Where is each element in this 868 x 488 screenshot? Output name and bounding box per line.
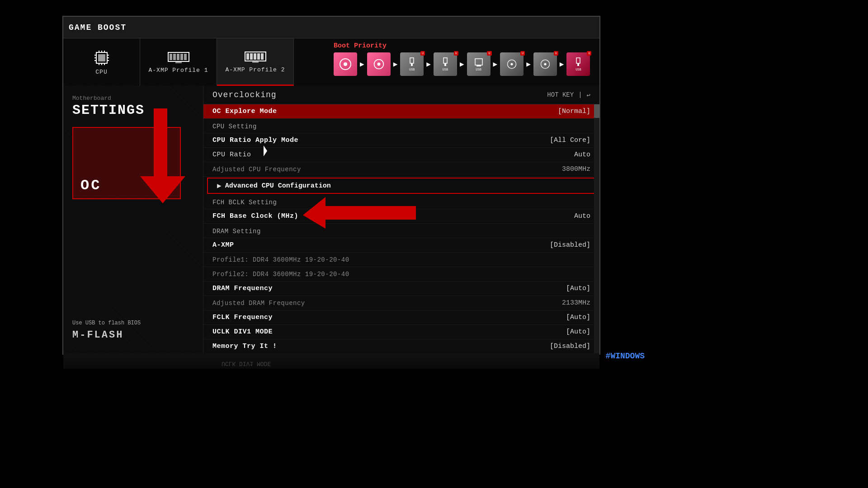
adv-cpu-arrow: ▶ <box>217 181 222 190</box>
svg-rect-36 <box>475 59 482 65</box>
setting-row-dram-section: DRAM Setting <box>203 224 599 238</box>
setting-value-adj-cpu-freq: 3800MHz <box>562 165 590 173</box>
setting-row-fclk-freq[interactable]: FCLK Frequency [Auto] <box>203 310 599 325</box>
svg-rect-16 <box>173 54 176 60</box>
setting-name-cpu-setting: CPU Setting <box>212 123 257 130</box>
setting-row-axmp[interactable]: A-XMP [Disabled] <box>203 238 599 253</box>
svg-rect-35 <box>444 63 446 66</box>
bios-screen: GAME BOOST CPU <box>62 16 600 355</box>
boot-device-disc2[interactable]: U <box>533 52 557 76</box>
scrollbar[interactable] <box>594 104 599 353</box>
hot-key-area: HOT KEY | ↩ <box>547 91 590 99</box>
sidebar-content: Motherboard SETTINGS OC <box>63 86 203 208</box>
svg-point-31 <box>377 63 380 66</box>
setting-value-oc-explore: [Normal] <box>558 108 590 115</box>
hot-key-label: HOT KEY <box>547 91 574 99</box>
setting-row-cpu-ratio[interactable]: CPU Ratio Auto <box>203 148 599 162</box>
sidebar-heading: SETTINGS <box>72 103 194 118</box>
setting-row-fch-base-clock[interactable]: FCH Base Clock (MHz) Auto <box>203 209 599 224</box>
oc-box[interactable]: OC <box>72 127 181 199</box>
svg-point-29 <box>344 62 347 66</box>
right-panel: Overclocking HOT KEY | ↩ OC Explore Mode… <box>203 86 599 353</box>
setting-name-fch-base-clock: FCH Base Clock (MHz) <box>212 212 298 220</box>
setting-row-dram-freq[interactable]: DRAM Frequency [Auto] <box>203 282 599 296</box>
svg-point-41 <box>544 63 546 65</box>
setting-row-uclk[interactable]: UCLK DIV1 MODE [Auto] <box>203 325 599 339</box>
back-icon[interactable]: ↩ <box>587 91 590 99</box>
setting-name-adj-cpu-freq: Adjusted CPU Frequency <box>212 166 301 173</box>
setting-row-mem-try[interactable]: Memory Try It ! [Disabled] <box>203 339 599 353</box>
setting-name-oc-explore: OC Explore Mode <box>212 108 277 115</box>
reflection-area: Memory Failure Retry Count Memory Failur… <box>63 353 599 369</box>
boot-priority: Boot Priority ▶ ▶ U USB ▶ <box>328 38 599 86</box>
svg-rect-33 <box>411 63 413 66</box>
sidebar: Motherboard SETTINGS OC Use USB to flash… <box>63 86 203 353</box>
boot-device-usb2[interactable]: U USB <box>434 52 457 76</box>
svg-rect-19 <box>184 54 187 60</box>
setting-row-adj-cpu-freq: Adjusted CPU Frequency 3800MHz <box>203 162 599 177</box>
oc-label: OC <box>80 177 101 194</box>
oc-header: Overclocking HOT KEY | ↩ <box>203 86 599 104</box>
tab-axmp2-label: A-XMP Profile 2 <box>225 66 285 73</box>
sidebar-title: Motherboard <box>72 95 194 102</box>
setting-name-profile1: Profile1: DDR4 3600MHz 19-20-20-40 <box>212 256 349 263</box>
setting-name-cpu-ratio: CPU Ratio <box>212 151 251 159</box>
setting-name-adj-dram-freq: Adjusted DRAM Frequency <box>212 300 305 307</box>
setting-name-cpu-ratio-apply: CPU Ratio Apply Mode <box>212 136 298 144</box>
setting-name-dram-freq: DRAM Frequency <box>212 285 273 292</box>
scrollbar-thumb[interactable] <box>594 104 599 118</box>
game-boost-label: GAME BOOST <box>69 23 127 32</box>
boot-device-usb1[interactable]: U USB <box>400 52 424 76</box>
boot-device-last[interactable]: U USB <box>566 52 590 76</box>
tab-cpu-label: CPU <box>95 69 107 75</box>
tab-axmp1-label: A-XMP Profile 1 <box>148 67 208 74</box>
boot-device-1[interactable] <box>334 52 357 76</box>
svg-rect-17 <box>177 54 179 60</box>
svg-rect-32 <box>410 58 414 63</box>
setting-value-fch-base-clock: Auto <box>574 212 590 220</box>
setting-row-adj-dram-freq: Adjusted DRAM Frequency 2133MHz <box>203 296 599 310</box>
setting-value-dram-freq: [Auto] <box>566 285 590 292</box>
setting-value-cpu-ratio: Auto <box>574 151 590 159</box>
setting-value-mem-try: [Disabled] <box>550 343 590 350</box>
oc-header-title: Overclocking <box>212 90 277 99</box>
setting-value-fclk-freq: [Auto] <box>566 314 590 321</box>
boot-device-disc1[interactable]: U <box>500 52 524 76</box>
svg-rect-23 <box>250 53 253 60</box>
svg-rect-15 <box>170 54 172 60</box>
boot-device-2[interactable] <box>367 52 391 76</box>
svg-rect-43 <box>577 63 579 66</box>
setting-row-fch-bclk-section: FCH BCLK Setting <box>203 195 599 209</box>
svg-rect-26 <box>261 53 264 60</box>
windows-tag: #WINDOWS <box>606 352 645 361</box>
svg-rect-25 <box>257 53 260 60</box>
tab-axmp2[interactable]: A-XMP Profile 2 <box>217 38 294 86</box>
setting-row-oc-explore[interactable]: OC Explore Mode [Normal] <box>203 104 599 119</box>
game-boost-bar: GAME BOOST <box>63 17 599 38</box>
setting-name-axmp: A-XMP <box>212 241 234 249</box>
usb-flash-label: Use USB to flash BIOS <box>72 320 141 326</box>
mouse-cursor <box>264 145 267 156</box>
reflection-content: Memory Failure Retry Count Memory Failur… <box>72 360 313 369</box>
setting-value-axmp: [Disabled] <box>550 241 590 249</box>
tab-axmp1[interactable]: A-XMP Profile 1 <box>140 38 217 86</box>
setting-name-fch-bclk-section: FCH BCLK Setting <box>212 199 277 206</box>
tab-cpu[interactable]: CPU <box>63 38 140 86</box>
main-content: Motherboard SETTINGS OC Use USB to flash… <box>63 86 599 353</box>
svg-rect-42 <box>576 58 580 63</box>
setting-name-uclk: UCLK DIV1 MODE <box>212 328 273 336</box>
setting-name-adv-cpu: Advanced CPU Configuration <box>225 182 331 190</box>
setting-row-profile2: Profile2: DDR4 3600MHz 19-20-20-40 <box>203 267 599 282</box>
tab-row: CPU A-XMP Profile 1 <box>63 38 599 86</box>
setting-row-adv-cpu[interactable]: ▶ Advanced CPU Configuration <box>207 178 596 194</box>
setting-value-uclk: [Auto] <box>566 328 590 336</box>
setting-value-cpu-ratio-apply: [All Core] <box>550 136 590 144</box>
svg-point-39 <box>511 63 513 65</box>
svg-rect-37 <box>476 65 481 66</box>
setting-row-cpu-ratio-apply[interactable]: CPU Ratio Apply Mode [All Core] <box>203 133 599 148</box>
hot-key-separator: | <box>578 91 582 99</box>
m-flash-label: M-FLASH <box>72 329 123 341</box>
boot-device-usb3[interactable]: U USB <box>467 52 491 76</box>
svg-rect-24 <box>254 53 256 60</box>
settings-list: OC Explore Mode [Normal] CPU Setting CPU… <box>203 104 599 353</box>
